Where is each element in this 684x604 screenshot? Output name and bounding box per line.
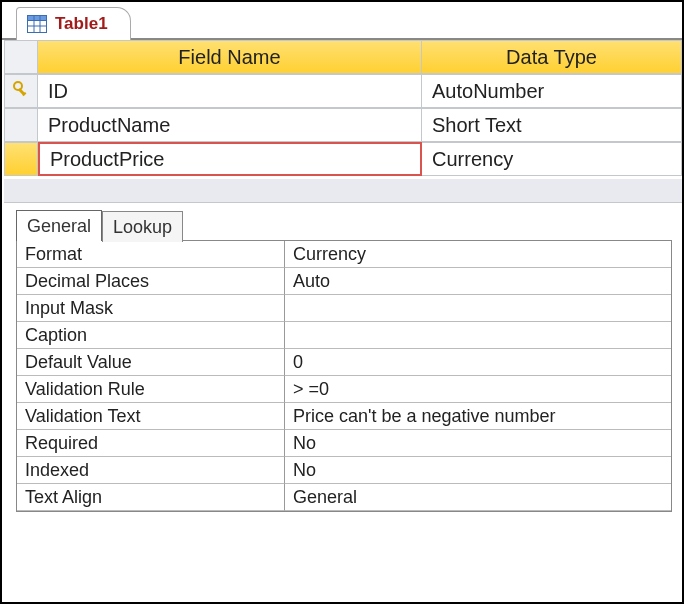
property-label: Text Align	[17, 484, 285, 511]
property-row: Validation Rule> =0	[17, 376, 671, 403]
property-label: Input Mask	[17, 295, 285, 322]
tab-general[interactable]: General	[16, 210, 102, 241]
table-row[interactable]: ProductPrice Currency	[4, 142, 682, 176]
property-label: Required	[17, 430, 285, 457]
data-type-cell[interactable]: Short Text	[422, 108, 682, 142]
property-row: Text AlignGeneral	[17, 484, 671, 511]
primary-key-icon	[12, 80, 30, 103]
document-tab-bar: Table1	[2, 2, 682, 40]
grid-gutter	[4, 179, 682, 203]
property-row: FormatCurrency	[17, 241, 671, 268]
row-selector[interactable]	[4, 142, 38, 176]
property-row: Default Value0	[17, 349, 671, 376]
row-selector[interactable]	[4, 108, 38, 142]
property-label: Validation Rule	[17, 376, 285, 403]
property-value[interactable]: No	[285, 430, 671, 457]
property-row: Decimal PlacesAuto	[17, 268, 671, 295]
property-row: Caption	[17, 322, 671, 349]
field-name-cell[interactable]: ProductPrice	[38, 142, 422, 176]
property-value[interactable]	[285, 295, 671, 322]
column-header-datatype[interactable]: Data Type	[422, 40, 682, 74]
property-value[interactable]: Currency	[285, 241, 671, 268]
data-type-cell[interactable]: Currency	[422, 142, 682, 176]
property-value[interactable]: Price can't be a negative number	[285, 403, 671, 430]
property-label: Format	[17, 241, 285, 268]
column-header-fieldname[interactable]: Field Name	[38, 40, 422, 74]
property-label: Default Value	[17, 349, 285, 376]
property-value[interactable]: 0	[285, 349, 671, 376]
property-value[interactable]: > =0	[285, 376, 671, 403]
property-table: FormatCurrency Decimal PlacesAuto Input …	[16, 240, 672, 512]
svg-rect-1	[28, 16, 47, 21]
property-row: Validation TextPrice can't be a negative…	[17, 403, 671, 430]
property-value[interactable]: Auto	[285, 268, 671, 295]
property-tabs: General Lookup	[16, 209, 672, 240]
property-value[interactable]	[285, 322, 671, 349]
design-header-row: Field Name Data Type	[4, 40, 682, 74]
property-row: IndexedNo	[17, 457, 671, 484]
field-properties-panel: General Lookup FormatCurrency Decimal Pl…	[16, 209, 672, 512]
document-tab-label: Table1	[55, 14, 108, 34]
property-label: Decimal Places	[17, 268, 285, 295]
document-tab-table1[interactable]: Table1	[16, 7, 131, 40]
field-name-cell[interactable]: ID	[38, 74, 422, 108]
field-design-grid: Field Name Data Type ID AutoNumber Produ…	[2, 40, 682, 176]
select-all-cell[interactable]	[4, 40, 38, 74]
property-label: Indexed	[17, 457, 285, 484]
table-row[interactable]: ProductName Short Text	[4, 108, 682, 142]
tab-lookup[interactable]: Lookup	[102, 211, 183, 242]
table-row[interactable]: ID AutoNumber	[4, 74, 682, 108]
property-value[interactable]: No	[285, 457, 671, 484]
field-name-cell[interactable]: ProductName	[38, 108, 422, 142]
row-selector[interactable]	[4, 74, 38, 108]
property-value[interactable]: General	[285, 484, 671, 511]
property-label: Validation Text	[17, 403, 285, 430]
table-icon	[27, 15, 47, 33]
data-type-cell[interactable]: AutoNumber	[422, 74, 682, 108]
property-row: Input Mask	[17, 295, 671, 322]
property-label: Caption	[17, 322, 285, 349]
property-row: RequiredNo	[17, 430, 671, 457]
